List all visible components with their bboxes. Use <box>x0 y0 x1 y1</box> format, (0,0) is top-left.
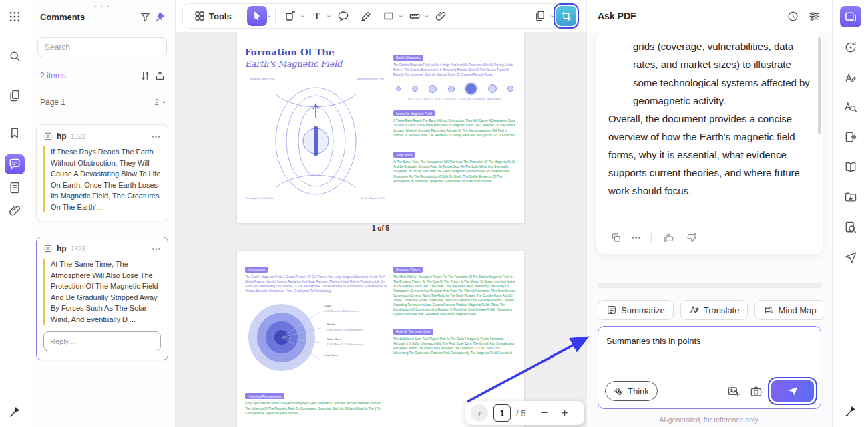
comment-author: hp <box>57 244 67 253</box>
main-toolbar: Tools › › T › <box>182 3 582 29</box>
history-icon[interactable] <box>785 9 800 23</box>
ruler-icon <box>409 10 421 22</box>
more-icon[interactable]: ••• <box>152 245 161 253</box>
add-image-icon[interactable] <box>726 384 740 398</box>
edit-tool-button[interactable] <box>280 6 300 26</box>
pdf-section-tag: Loses Its Magnetic Field <box>393 110 435 116</box>
pdf-viewer: Tools › › T › <box>176 0 586 427</box>
pin-icon[interactable] <box>152 9 167 24</box>
share-icon[interactable] <box>840 247 861 268</box>
previous-page-button[interactable]: ‹ <box>471 404 488 422</box>
planets-caption: Mercury Venus Mars Jupiter Saturn Uranus… <box>393 97 516 100</box>
screenshot-camera-icon[interactable] <box>748 384 763 398</box>
export-comments-icon[interactable] <box>152 68 167 83</box>
text-caret <box>702 337 703 346</box>
bookmark-icon[interactable] <box>5 123 25 143</box>
ask-input-box[interactable]: Summaries this in points Think <box>598 326 821 409</box>
translate-icon <box>689 305 700 315</box>
filter-icon[interactable] <box>138 9 152 24</box>
think-atom-icon <box>614 386 624 396</box>
comment-tool-button[interactable] <box>333 6 353 26</box>
reply-input[interactable] <box>43 331 161 351</box>
send-button[interactable] <box>771 380 814 402</box>
diagram-label: Magnetic North Pole <box>250 77 274 80</box>
snapshot-tool-button[interactable] <box>530 6 550 26</box>
reader-book-icon[interactable] <box>840 156 861 178</box>
layer-label: Crust <box>324 304 331 307</box>
comments-group-page1[interactable]: Page 1 2 › <box>40 98 166 107</box>
ai-assistant-panel-icon[interactable] <box>840 6 861 27</box>
ai-recognize-text-icon[interactable] <box>840 96 861 118</box>
pdf-doc-title-line1: Formation Of The <box>245 47 387 57</box>
ai-write-icon[interactable] <box>840 67 861 88</box>
chevron-down-icon[interactable]: › <box>266 15 273 17</box>
think-label: Think <box>628 386 649 396</box>
ai-chat-icon[interactable] <box>840 37 861 58</box>
mind-map-chip[interactable]: Mind Map <box>754 300 825 320</box>
text-tool-button[interactable]: T <box>306 6 327 26</box>
earth-layers-diagram: Crust Mantle Outer Core Inner Core 0-60 … <box>245 299 387 379</box>
total-pages-label: / 5 <box>516 408 525 418</box>
pdf-section-tag: Dynamic Theory <box>393 267 423 273</box>
depth-label: 3,200 Miles (5,100 Kilometers) <box>327 343 363 346</box>
diagram-label: Geographic South Pole <box>246 196 274 200</box>
pdf-page-1[interactable]: Formation Of The Earth's Magnetic Field … <box>237 32 524 223</box>
thumbs-down-icon[interactable] <box>684 230 699 245</box>
select-tool-button[interactable] <box>247 6 267 26</box>
chevron-down-icon[interactable]: › <box>299 15 306 17</box>
ai-disclaimer: AI-generated, for reference only. <box>587 416 832 424</box>
comment-bubble-icon <box>337 10 349 22</box>
attach-tool-button[interactable] <box>431 6 451 26</box>
ask-input-text[interactable]: Summaries this in points <box>606 336 701 346</box>
chevron-down-icon[interactable]: › <box>423 15 431 17</box>
divider: | <box>650 232 653 243</box>
crop-snapshot-button[interactable] <box>556 6 576 26</box>
attachments-icon[interactable] <box>5 200 25 221</box>
comment-card[interactable]: hp 1322 ••• If These Rays Reach The Eart… <box>36 124 168 221</box>
search-document-icon[interactable] <box>840 217 861 238</box>
copy-icon[interactable] <box>608 230 623 245</box>
summarize-chip[interactable]: Summarize <box>598 300 674 320</box>
comments-panel-icon[interactable] <box>5 154 25 174</box>
comment-card-selected[interactable]: hp 1323 ••• At The Same Time, The Atmosp… <box>36 237 168 360</box>
measure-tool-button[interactable] <box>405 6 425 26</box>
ink-signature-icon[interactable] <box>840 400 861 422</box>
apps-grid-icon[interactable] <box>5 7 25 27</box>
chevron-down-icon[interactable]: › <box>397 15 405 17</box>
tools-button[interactable]: Tools <box>188 6 237 26</box>
translate-chip[interactable]: Translate <box>680 300 748 320</box>
scrollbar-thumb[interactable] <box>818 37 821 134</box>
ink-signature-icon[interactable] <box>5 402 25 422</box>
zoom-in-button[interactable]: + <box>557 406 572 420</box>
more-icon[interactable]: ••• <box>152 133 161 140</box>
shape-tool-button[interactable] <box>379 6 399 26</box>
highlight-tool-button[interactable] <box>356 6 376 26</box>
organize-pages-icon[interactable] <box>840 186 861 208</box>
think-toggle-button[interactable]: Think <box>605 381 658 401</box>
search-icon[interactable] <box>5 46 25 66</box>
highlighter-icon <box>360 10 372 22</box>
chip-label: Summarize <box>621 305 665 315</box>
more-icon[interactable]: ••• <box>632 233 642 241</box>
mind-map-icon <box>763 305 774 315</box>
export-document-icon[interactable] <box>840 126 861 148</box>
right-rail <box>832 0 868 427</box>
sort-icon[interactable] <box>138 68 152 83</box>
ai-response-card: grids (coverage, vulnerabilities, data r… <box>596 32 823 254</box>
comment-id: 1323 <box>71 245 148 253</box>
thumbs-up-icon[interactable] <box>661 230 676 245</box>
pdf-scroll-area[interactable]: Formation Of The Earth's Magnetic Field … <box>176 32 586 427</box>
comment-author: hp <box>57 132 67 141</box>
settings-sliders-icon[interactable] <box>807 9 821 23</box>
current-page-input[interactable]: 1 <box>493 404 511 422</box>
page-thumbnails-icon[interactable] <box>5 86 25 106</box>
pdf-section-tag: Earth's Magnetic <box>393 55 423 61</box>
annotation-type-icon <box>43 244 53 253</box>
comments-search-input[interactable] <box>37 37 167 57</box>
chevron-down-icon[interactable]: › <box>160 101 168 104</box>
chevron-down-icon[interactable]: › <box>326 15 333 17</box>
chevron-down-icon[interactable]: › <box>549 15 556 17</box>
zoom-out-button[interactable]: − <box>537 406 552 420</box>
notes-icon[interactable] <box>5 178 25 198</box>
edit-icon <box>284 10 296 22</box>
